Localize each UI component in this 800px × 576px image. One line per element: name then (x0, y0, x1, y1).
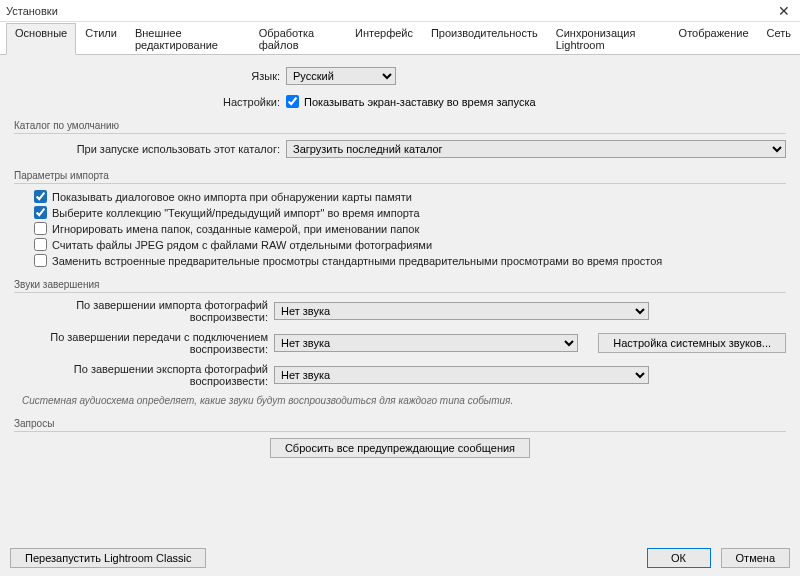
sound-select-3[interactable]: Нет звука (274, 366, 649, 384)
settings-label: Настройки: (14, 96, 286, 108)
catalog-select[interactable]: Загрузить последний каталог (286, 140, 786, 158)
import-chk-3[interactable] (34, 222, 47, 235)
close-icon[interactable]: ✕ (774, 3, 794, 19)
footer: Перезапустить Lightroom Classic ОК Отмен… (10, 548, 790, 568)
import-lbl-1: Показывать диалоговое окно импорта при о… (52, 191, 412, 203)
cancel-button[interactable]: Отмена (721, 548, 790, 568)
tab-performance[interactable]: Производительность (422, 23, 547, 55)
restart-button[interactable]: Перезапустить Lightroom Classic (10, 548, 206, 568)
import-chk-5[interactable] (34, 254, 47, 267)
group-prompts: Запросы Сбросить все предупреждающие соо… (14, 418, 786, 458)
sound-lbl-3: По завершении экспорта фотографий воспро… (14, 363, 274, 387)
import-lbl-5: Заменить встроенные предварительные прос… (52, 255, 662, 267)
import-chk-2[interactable] (34, 206, 47, 219)
titlebar: Установки ✕ (0, 0, 800, 22)
tab-presets[interactable]: Стили (76, 23, 126, 55)
ok-button[interactable]: ОК (647, 548, 711, 568)
import-chk-4[interactable] (34, 238, 47, 251)
language-label: Язык: (14, 70, 286, 82)
tab-file-handling[interactable]: Обработка файлов (250, 23, 346, 55)
reset-warnings-button[interactable]: Сбросить все предупреждающие сообщения (270, 438, 530, 458)
language-select[interactable]: Русский (286, 67, 396, 85)
sound-lbl-1: По завершении импорта фотографий воспрои… (14, 299, 274, 323)
tab-external-editing[interactable]: Внешнее редактирование (126, 23, 250, 55)
tab-interface[interactable]: Интерфейс (346, 23, 422, 55)
group-catalog: Каталог по умолчанию При запуске использ… (14, 120, 786, 158)
system-sounds-button[interactable]: Настройка системных звуков... (598, 333, 786, 353)
window-title: Установки (6, 5, 58, 17)
tab-sync[interactable]: Синхронизация Lightroom (547, 23, 670, 55)
tabs: Основные Стили Внешнее редактирование Об… (0, 22, 800, 55)
sounds-note: Системная аудиосхема определяет, какие з… (22, 395, 786, 406)
tab-general[interactable]: Основные (6, 23, 76, 55)
import-lbl-3: Игнорировать имена папок, созданные каме… (52, 223, 419, 235)
import-lbl-4: Считать файлы JPEG рядом с файлами RAW о… (52, 239, 432, 251)
group-sounds: Звуки завершения По завершении импорта ф… (14, 279, 786, 406)
group-prompts-title: Запросы (14, 418, 786, 429)
tab-display[interactable]: Отображение (670, 23, 758, 55)
group-sounds-title: Звуки завершения (14, 279, 786, 290)
group-import: Параметры импорта Показывать диалоговое … (14, 170, 786, 267)
splash-label: Показывать экран-заставку во время запус… (304, 96, 536, 108)
sound-select-1[interactable]: Нет звука (274, 302, 649, 320)
catalog-label: При запуске использовать этот каталог: (14, 143, 286, 155)
tab-network[interactable]: Сеть (758, 23, 800, 55)
group-catalog-title: Каталог по умолчанию (14, 120, 786, 131)
content: Язык: Русский Настройки: Показывать экра… (0, 55, 800, 458)
import-lbl-2: Выберите коллекцию "Текущий/предыдущий и… (52, 207, 420, 219)
group-import-title: Параметры импорта (14, 170, 786, 181)
import-chk-1[interactable] (34, 190, 47, 203)
sound-select-2[interactable]: Нет звука (274, 334, 578, 352)
splash-checkbox[interactable] (286, 95, 299, 108)
sound-lbl-2: По завершении передачи с подключением во… (14, 331, 274, 355)
